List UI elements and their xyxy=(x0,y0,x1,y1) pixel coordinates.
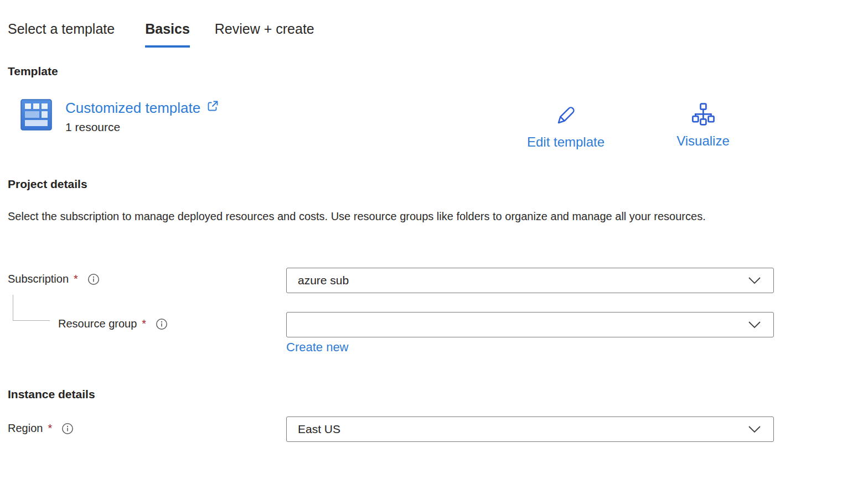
template-text-block: Customized template 1 resource xyxy=(65,99,220,134)
resource-group-info-icon[interactable] xyxy=(156,318,168,330)
tab-bar: Select a template Basics Review + create xyxy=(8,21,314,48)
project-details-heading: Project details xyxy=(8,178,87,191)
hierarchy-connector-line xyxy=(13,295,50,321)
org-chart-icon xyxy=(690,102,716,129)
chevron-down-icon xyxy=(748,277,761,284)
external-link-icon xyxy=(205,99,220,117)
resource-count: 1 resource xyxy=(65,121,220,134)
region-label: Region xyxy=(8,422,43,435)
create-new-link[interactable]: Create new xyxy=(286,340,349,355)
region-required-asterisk: * xyxy=(48,422,52,435)
tab-select-a-template[interactable]: Select a template xyxy=(8,21,115,45)
chevron-down-icon xyxy=(748,425,761,433)
resource-group-label-row: Resource group * xyxy=(58,317,168,330)
edit-template-button[interactable]: Edit template xyxy=(527,103,604,150)
template-section-heading: Template xyxy=(8,65,58,78)
subscription-label: Subscription xyxy=(8,273,69,285)
region-info-icon[interactable] xyxy=(61,423,74,435)
region-dropdown[interactable]: East US xyxy=(286,416,774,442)
chevron-down-icon xyxy=(748,321,761,329)
instance-details-heading: Instance details xyxy=(8,388,95,401)
pencil-icon xyxy=(553,103,578,131)
visualize-button[interactable]: Visualize xyxy=(676,102,730,149)
subscription-info-icon[interactable] xyxy=(87,273,100,285)
subscription-dropdown[interactable]: azure sub xyxy=(286,268,774,293)
template-summary: Customized template 1 resource xyxy=(20,99,220,134)
project-details-description: Select the subscription to manage deploy… xyxy=(8,207,744,226)
tab-basics[interactable]: Basics xyxy=(145,21,190,48)
edit-template-label: Edit template xyxy=(527,134,604,150)
subscription-required-asterisk: * xyxy=(74,273,78,285)
resource-group-dropdown[interactable] xyxy=(286,312,774,337)
template-icon xyxy=(20,99,52,131)
region-label-row: Region * xyxy=(8,422,74,435)
resource-group-required-asterisk: * xyxy=(142,317,146,330)
template-link-label: Customized template xyxy=(65,100,200,117)
subscription-value: azure sub xyxy=(298,274,349,287)
region-value: East US xyxy=(298,423,340,436)
customized-template-link[interactable]: Customized template xyxy=(65,99,220,117)
resource-group-label: Resource group xyxy=(58,317,137,330)
visualize-label: Visualize xyxy=(676,133,730,149)
subscription-label-row: Subscription * xyxy=(8,273,100,285)
tab-review-create[interactable]: Review + create xyxy=(215,21,314,45)
